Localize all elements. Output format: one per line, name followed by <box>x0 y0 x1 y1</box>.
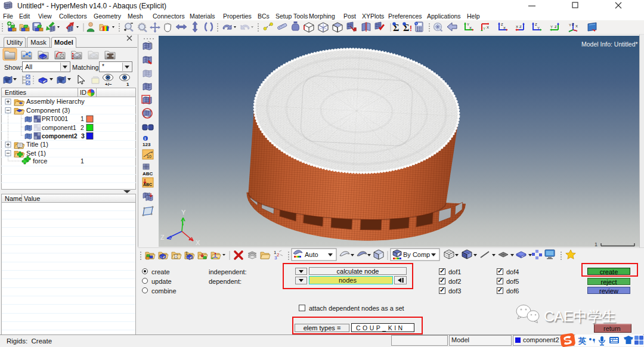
svg-text:Assembly Hierarchy: Assembly Hierarchy <box>26 98 85 105</box>
svg-text:Set (1): Set (1) <box>26 150 46 157</box>
svg-text:Y: Y <box>569 23 571 27</box>
svg-text:2: 2 <box>80 124 84 131</box>
svg-text:1: 1 <box>80 157 84 165</box>
svg-text:Auto: Auto <box>305 251 318 258</box>
svg-text:X: X <box>469 26 472 30</box>
svg-text:ABC: ABC <box>143 182 152 187</box>
svg-text:X: X <box>575 24 578 28</box>
svg-text:By Comp: By Comp <box>403 251 430 258</box>
svg-text:Title (1): Title (1) <box>26 141 48 148</box>
svg-text:!: ! <box>410 24 412 33</box>
svg-text:Y: Y <box>181 209 186 216</box>
svg-text:i: i <box>144 136 145 141</box>
svg-text:Y: Y <box>550 25 553 29</box>
svg-text:1: 1 <box>80 115 84 122</box>
svg-text:CAE中学生: CAE中学生 <box>544 308 616 324</box>
svg-text:3: 3 <box>81 132 85 140</box>
svg-text:Y: Y <box>483 27 485 30</box>
svg-text:X: X <box>196 239 200 246</box>
svg-text:Z: Z <box>160 234 165 241</box>
svg-text:X: X <box>516 25 518 29</box>
svg-text:1: 1 <box>126 82 129 86</box>
svg-text:3: 3 <box>274 255 277 261</box>
svg-text:Model Info: Untitled*: Model Info: Untitled* <box>581 41 638 48</box>
svg-text:Z: Z <box>572 23 574 26</box>
svg-text:Component (3): Component (3) <box>26 107 70 114</box>
svg-text:+/−: +/− <box>105 82 112 86</box>
svg-text:ABC: ABC <box>143 171 153 176</box>
svg-text:component1: component1 <box>42 124 76 131</box>
svg-text:component2: component2 <box>42 133 78 140</box>
svg-text:PRT0001: PRT0001 <box>42 115 68 122</box>
svg-text:1: 1 <box>595 241 597 247</box>
svg-text:Z: Z <box>519 25 522 29</box>
svg-text:英: 英 <box>578 336 586 345</box>
svg-text:10: 10 <box>147 154 151 159</box>
svg-text:Y: Y <box>537 26 540 30</box>
svg-text:Z: Z <box>555 25 557 29</box>
svg-text:123: 123 <box>143 142 151 147</box>
svg-text:1: 1 <box>185 251 188 255</box>
svg-text:X: X <box>487 26 489 29</box>
svg-text:force: force <box>33 157 47 165</box>
svg-text:X: X <box>503 26 506 30</box>
svg-text:2: 2 <box>277 252 280 258</box>
